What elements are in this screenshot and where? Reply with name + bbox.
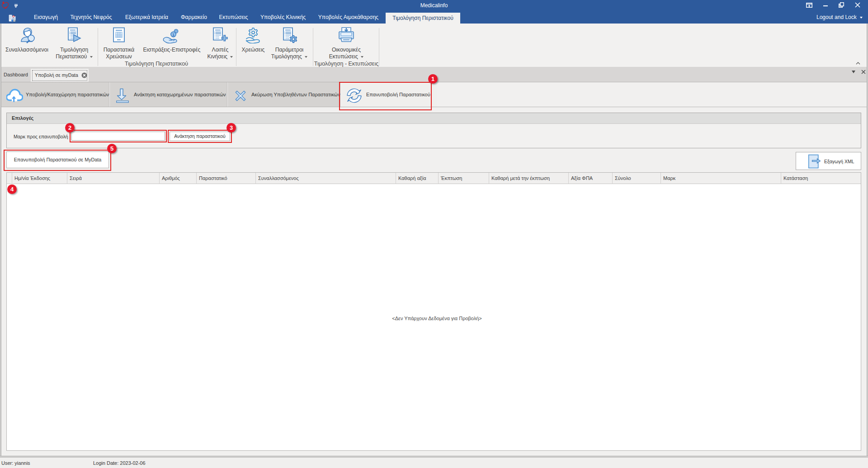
svg-text:1: 1 xyxy=(172,32,175,37)
